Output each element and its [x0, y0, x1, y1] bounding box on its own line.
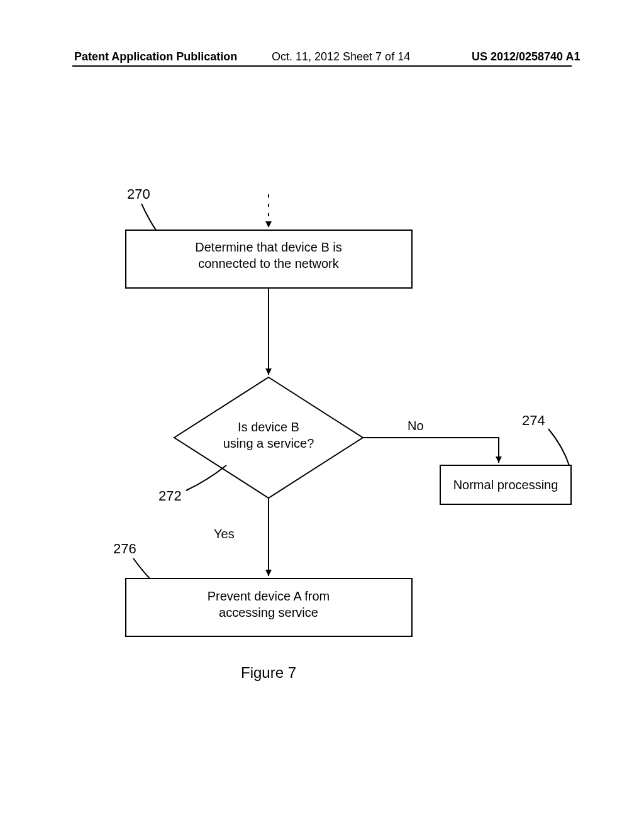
ref-270: 270 — [127, 186, 150, 202]
arrow-no — [363, 438, 499, 463]
label-yes: Yes — [214, 527, 235, 541]
leader-276 — [133, 558, 150, 578]
decision-line1: Is device B — [238, 420, 299, 434]
page: Patent Application Publication Oct. 11, … — [0, 0, 644, 830]
box-276-line2: accessing service — [219, 606, 318, 619]
box-270-line2: connected to the network — [198, 257, 339, 270]
flowchart: Determine that device B is connected to … — [0, 0, 644, 830]
box-274-text: Normal processing — [453, 478, 558, 492]
leader-272 — [186, 465, 226, 490]
ref-274: 274 — [522, 412, 545, 428]
box-270-line1: Determine that device B is — [195, 240, 341, 254]
ref-272: 272 — [158, 488, 182, 504]
label-no: No — [408, 419, 424, 433]
ref-276: 276 — [113, 541, 136, 556]
decision-line2: using a service? — [223, 436, 314, 450]
leader-270 — [142, 204, 156, 230]
figure-caption: Figure 7 — [241, 664, 296, 681]
box-276-line1: Prevent device A from — [208, 589, 330, 603]
leader-274 — [548, 429, 569, 465]
